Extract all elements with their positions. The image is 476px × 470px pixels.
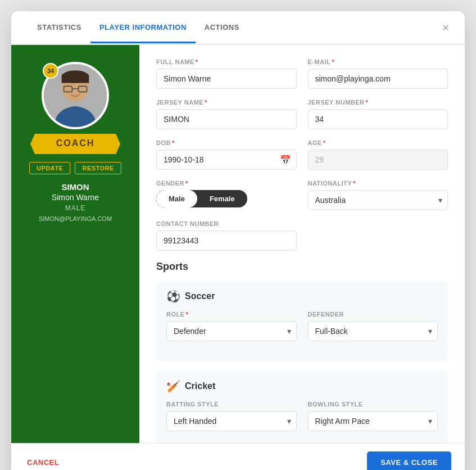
group-gender: GENDER* Male Female <box>156 180 297 210</box>
soccer-icon: ⚽ <box>166 290 180 303</box>
sidebar-username: SIMON <box>61 182 89 192</box>
jersey-name-label: JERSEY NAME* <box>156 99 297 106</box>
group-dob: DOB* 📅 <box>156 139 297 170</box>
dob-wrap: 📅 <box>156 150 297 170</box>
gender-female-btn[interactable]: Female <box>197 190 247 207</box>
nationality-label: NATIONALITY* <box>308 180 448 187</box>
tab-statistics[interactable]: STATISTICS <box>28 13 90 43</box>
cricket-fields-row: BATTING STYLE Left Handed Right Handed ▾… <box>166 401 438 431</box>
bowling-style-select-wrap: Right Arm Pace Left Arm Pace Off Spin Le… <box>308 411 438 431</box>
group-jersey-number: JERSEY NUMBER* <box>308 99 448 129</box>
batting-style-select[interactable]: Left Handed Right Handed <box>166 411 297 431</box>
age-input <box>308 150 448 170</box>
batting-style-select-wrap: Left Handed Right Handed ▾ <box>166 411 297 431</box>
jersey-badge: 34 <box>43 63 58 79</box>
svg-rect-3 <box>62 75 89 83</box>
row-jersey: JERSEY NAME* JERSEY NUMBER* <box>156 99 448 129</box>
soccer-defender-select[interactable]: Full-Back Centre-Back Wing-Back <box>308 321 438 341</box>
jersey-number-label: JERSEY NUMBER* <box>308 99 448 106</box>
group-age: AGE* <box>308 139 448 170</box>
group-email: E-MAIL* <box>308 58 448 89</box>
sidebar-email: SIMON@PLAYINGA.COM <box>39 215 112 222</box>
group-contact: CONTACT NUMBER <box>156 220 297 251</box>
cricket-icon: 🏏 <box>166 379 180 393</box>
sport-title-soccer: ⚽ Soccer <box>166 290 438 303</box>
row-contact: CONTACT NUMBER <box>156 220 448 251</box>
group-jersey-name: JERSEY NAME* <box>156 99 297 129</box>
gender-toggle: Male Female <box>156 190 247 207</box>
sidebar: 34 COACH UPDATE RESTORE SIMON Simon Warn… <box>11 45 139 443</box>
row-dob-age: DOB* 📅 AGE* <box>156 139 448 170</box>
tab-player-information[interactable]: PLAYER INFORMATION <box>90 13 196 43</box>
soccer-role-select-wrap: Defender Midfielder Goalkeeper Forward ▾ <box>166 321 297 341</box>
sport-card-cricket: 🏏 Cricket BATTING STYLE Left Handed Righ… <box>156 370 448 443</box>
sport-title-cricket: 🏏 Cricket <box>166 379 438 393</box>
tabs-bar: STATISTICS PLAYER INFORMATION ACTIONS × <box>11 11 465 45</box>
tab-actions[interactable]: ACTIONS <box>196 13 248 43</box>
full-name-input[interactable] <box>156 69 297 89</box>
gender-male-btn[interactable]: Male <box>156 190 197 207</box>
dob-input[interactable] <box>156 150 297 170</box>
group-bowling-style: BOWLING STYLE Right Arm Pace Left Arm Pa… <box>308 401 438 431</box>
nationality-select-wrap: Australia New Zealand India England ▾ <box>308 190 448 210</box>
cancel-button[interactable]: CANCEL <box>25 454 61 470</box>
email-input[interactable] <box>308 69 448 89</box>
soccer-defender-select-wrap: Full-Back Centre-Back Wing-Back ▾ <box>308 321 438 341</box>
sidebar-gender: MALE <box>65 204 86 212</box>
row-name-email: FULL NAME* E-MAIL* <box>156 58 448 89</box>
age-label: AGE* <box>308 139 448 146</box>
main-layout: 34 COACH UPDATE RESTORE SIMON Simon Warn… <box>11 45 465 443</box>
required-mark: * <box>196 58 198 65</box>
sport-card-soccer: ⚽ Soccer ROLE* Defender Midfielder Goalk… <box>156 281 448 361</box>
update-button[interactable]: UPDATE <box>29 162 70 174</box>
required-mark-email: * <box>332 58 334 65</box>
calendar-icon[interactable]: 📅 <box>280 155 291 165</box>
soccer-fields-row: ROLE* Defender Midfielder Goalkeeper For… <box>166 311 438 341</box>
group-soccer-role: ROLE* Defender Midfielder Goalkeeper For… <box>166 311 297 341</box>
modal-container: STATISTICS PLAYER INFORMATION ACTIONS × <box>11 11 465 470</box>
role-ribbon: COACH <box>30 134 120 154</box>
group-soccer-defender: DEFENDER Full-Back Centre-Back Wing-Back… <box>308 311 438 341</box>
full-name-label: FULL NAME* <box>156 58 297 65</box>
row-gender-nationality: GENDER* Male Female NATIONALITY* Austral… <box>156 180 448 210</box>
contact-label: CONTACT NUMBER <box>156 220 297 227</box>
save-close-button[interactable]: SAVE & CLOSE <box>367 451 451 470</box>
email-label: E-MAIL* <box>308 58 448 65</box>
form-area: FULL NAME* E-MAIL* JERSEY NAME* <box>139 45 465 443</box>
jersey-name-input[interactable] <box>156 109 297 129</box>
bowling-style-label: BOWLING STYLE <box>308 401 438 408</box>
group-nationality: NATIONALITY* Australia New Zealand India… <box>308 180 448 210</box>
jersey-number-input[interactable] <box>308 109 448 129</box>
nationality-select[interactable]: Australia New Zealand India England <box>308 190 448 210</box>
batting-style-label: BATTING STYLE <box>166 401 297 408</box>
close-button[interactable]: × <box>438 19 454 37</box>
group-full-name: FULL NAME* <box>156 58 297 89</box>
gender-label: GENDER* <box>156 180 297 187</box>
sports-heading: Sports <box>156 261 448 273</box>
sidebar-fullname: Simon Warne <box>52 193 99 202</box>
soccer-role-label: ROLE* <box>166 311 297 318</box>
cricket-name: Cricket <box>185 381 215 391</box>
ribbon-wrap: COACH <box>30 134 120 154</box>
action-buttons: UPDATE RESTORE <box>29 162 121 174</box>
soccer-name: Soccer <box>185 291 215 301</box>
soccer-defender-label: DEFENDER <box>308 311 438 318</box>
contact-input[interactable] <box>156 231 297 251</box>
dob-label: DOB* <box>156 139 297 146</box>
avatar-wrap: 34 <box>42 62 109 129</box>
bottom-bar: CANCEL SAVE & CLOSE <box>11 443 465 470</box>
restore-button[interactable]: RESTORE <box>75 162 121 174</box>
group-batting-style: BATTING STYLE Left Handed Right Handed ▾ <box>166 401 297 431</box>
soccer-role-select[interactable]: Defender Midfielder Goalkeeper Forward <box>166 321 297 341</box>
bowling-style-select[interactable]: Right Arm Pace Left Arm Pace Off Spin Le… <box>308 411 438 431</box>
